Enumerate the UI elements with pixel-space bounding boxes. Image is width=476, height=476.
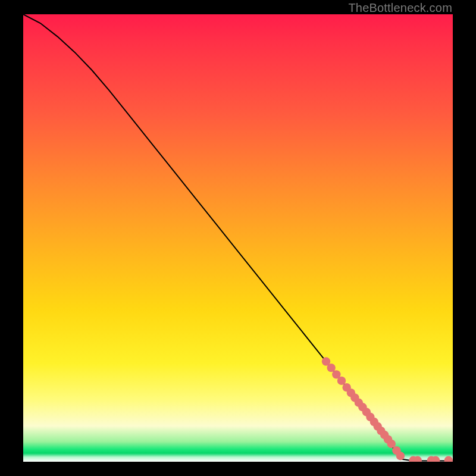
data-marker <box>444 456 453 462</box>
data-marker <box>387 440 396 448</box>
data-marker <box>337 377 346 385</box>
main-curve <box>23 14 453 461</box>
curve-layer <box>23 14 453 462</box>
marker-group <box>322 357 453 462</box>
plot-area <box>23 14 453 462</box>
chart-stage: TheBottleneck.com <box>0 0 476 476</box>
data-marker <box>327 364 335 372</box>
attribution-text: TheBottleneck.com <box>348 1 452 15</box>
data-marker <box>396 452 405 460</box>
